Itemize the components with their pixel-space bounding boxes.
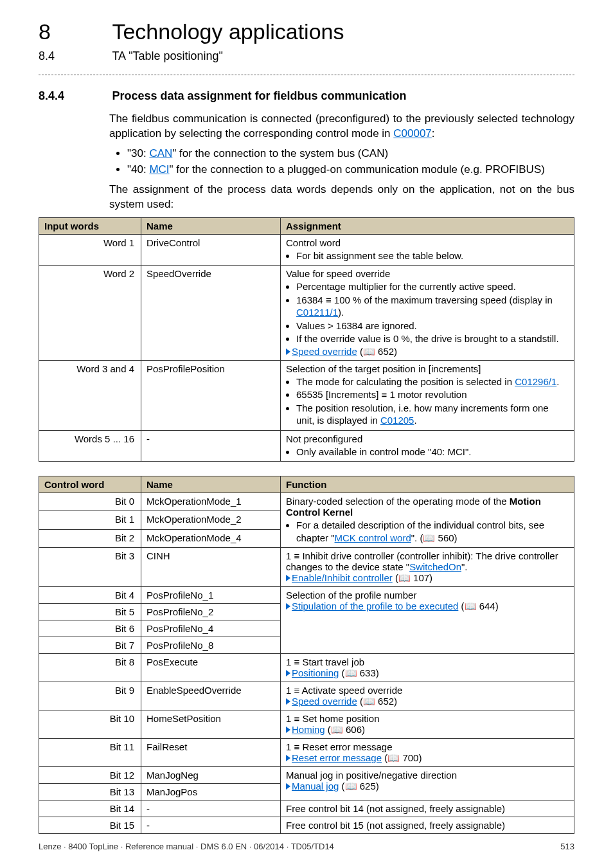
- link-profile-stipulation[interactable]: Stipulation of the profile to be execute…: [292, 601, 458, 611]
- cell: Control word For bit assignment see the …: [281, 234, 574, 266]
- heading-number: 8.4.4: [39, 89, 109, 103]
- text: Not preconfigured: [286, 433, 362, 444]
- cell: Selection of the target position in [inc…: [281, 360, 574, 430]
- link-c01211-1[interactable]: C01211/1: [296, 307, 338, 318]
- list-item: "30: CAN" for the connection to the syst…: [127, 147, 574, 161]
- th-name: Name: [141, 217, 281, 234]
- section-number: 8.4: [39, 50, 109, 63]
- cell: MckOperationMode_1: [141, 493, 281, 511]
- table-row: Words 5 ... 16 - Not preconfigured Only …: [39, 430, 574, 462]
- page-ref: (📖 652): [357, 696, 397, 707]
- text: Manual jog in positive/negative directio…: [286, 770, 457, 781]
- cell: Bit 9: [39, 682, 141, 710]
- text: The fieldbus communication is connected …: [109, 113, 574, 140]
- table-header-row: Input words Name Assignment: [39, 217, 574, 234]
- cell: CINH: [141, 548, 281, 587]
- divider: [39, 75, 574, 75]
- cell: Bit 10: [39, 710, 141, 739]
- list-item: If the override value is 0 %, the drive …: [296, 332, 569, 345]
- intro-paragraph-1: The fieldbus communication is connected …: [109, 112, 574, 141]
- table-row: Word 1 DriveControl Control word For bit…: [39, 234, 574, 266]
- th-name: Name: [141, 476, 281, 493]
- cell: Bit 7: [39, 637, 141, 654]
- table-row: Bit 11 FailReset 1 ≡ Reset error message…: [39, 739, 574, 767]
- link-c01205[interactable]: C01205: [380, 415, 414, 426]
- cell: PosExecute: [141, 654, 281, 682]
- triangle-icon: [286, 755, 290, 761]
- triangle-icon: [286, 575, 290, 581]
- cell: DriveControl: [141, 234, 281, 266]
- chapter-number: 8: [39, 19, 109, 44]
- text: " for the connection to the system bus (…: [172, 147, 388, 159]
- link-c01296-1[interactable]: C01296/1: [515, 376, 556, 387]
- link-reset-error[interactable]: Reset error message: [292, 752, 382, 763]
- th-function: Function: [281, 476, 574, 493]
- text: 1 ≡ Reset error message: [286, 741, 392, 752]
- link-manual-jog[interactable]: Manual jog: [292, 781, 339, 791]
- table-row: Bit 12 ManJogNeg Manual jog in positive/…: [39, 767, 574, 784]
- cell: Free control bit 14 (not assigned, freel…: [281, 800, 574, 817]
- cell: Bit 1: [39, 511, 141, 529]
- triangle-icon: [286, 670, 290, 676]
- link-enable-inhibit-controller[interactable]: Enable/Inhibit controller: [292, 572, 393, 583]
- cell-merged: Manual jog in positive/negative directio…: [281, 767, 574, 800]
- list-item: For a detailed description of the indivi…: [296, 519, 569, 544]
- page-ref: (📖 606): [325, 724, 365, 735]
- list-item: The mode for calculating the position is…: [296, 375, 569, 388]
- cell: 1 ≡ Reset error message Reset error mess…: [281, 739, 574, 767]
- text: ).: [338, 307, 344, 318]
- text: Selection of the target position in [inc…: [286, 363, 481, 374]
- footer-left: Lenze · 8400 TopLine · Reference manual …: [39, 842, 334, 851]
- cell: SpeedOverride: [141, 266, 281, 361]
- text: :: [432, 127, 435, 140]
- cell: FailReset: [141, 739, 281, 767]
- cell: Bit 8: [39, 654, 141, 682]
- list-item: The position resolution, i.e. how many i…: [296, 402, 569, 427]
- link-speed-override[interactable]: Speed override: [292, 346, 357, 357]
- cell-merged: Selection of the profile number Stipulat…: [281, 587, 574, 654]
- section-title: TA "Table positioning": [112, 50, 223, 63]
- link-positioning[interactable]: Positioning: [292, 667, 339, 678]
- text: Control word: [286, 237, 341, 248]
- triangle-icon: [286, 603, 290, 610]
- cell: PosProfileNo_2: [141, 604, 281, 620]
- cell: ManJogPos: [141, 784, 281, 800]
- cell: ManJogNeg: [141, 767, 281, 784]
- triangle-icon: [286, 783, 290, 790]
- text: "30:: [127, 147, 149, 159]
- cell: -: [141, 800, 281, 817]
- link-can[interactable]: CAN: [149, 147, 172, 159]
- cell: EnableSpeedOverride: [141, 682, 281, 710]
- input-words-table: Input words Name Assignment Word 1 Drive…: [39, 217, 574, 462]
- table-row: Bit 0 MckOperationMode_1 Binary-coded se…: [39, 493, 574, 511]
- control-word-table: Control word Name Function Bit 0 MckOper…: [39, 476, 574, 834]
- text: 1 ≡ Activate speed override: [286, 685, 402, 696]
- text: Selection of the profile number: [286, 590, 416, 601]
- text: ".: [461, 561, 468, 572]
- cell: 1 ≡ Set home position Homing (📖 606): [281, 710, 574, 739]
- intro-bullet-list: "30: CAN" for the connection to the syst…: [109, 147, 574, 177]
- cell: Bit 15: [39, 817, 141, 834]
- link-mck-control-word[interactable]: MCK control word: [335, 532, 411, 543]
- link-c00007[interactable]: C00007: [393, 127, 432, 140]
- cell: Bit 13: [39, 784, 141, 800]
- cell: -: [141, 430, 281, 462]
- link-homing[interactable]: Homing: [292, 724, 325, 735]
- cell: 1 ≡ Activate speed override Speed overri…: [281, 682, 574, 710]
- link-switchedon[interactable]: SwitchedOn: [409, 561, 461, 572]
- cell: Bit 3: [39, 548, 141, 587]
- text: ". (📖 560): [411, 532, 458, 543]
- triangle-icon: [286, 727, 290, 733]
- list-item: For bit assignment see the table below.: [296, 249, 569, 262]
- link-mci[interactable]: MCI: [149, 163, 169, 176]
- th-assignment: Assignment: [281, 217, 574, 234]
- cell: Word 2: [39, 266, 141, 361]
- list-item: 65535 [Increments] ≡ 1 motor revolution: [296, 388, 569, 401]
- cell: Words 5 ... 16: [39, 430, 141, 462]
- list-item: Values > 16384 are ignored.: [296, 320, 569, 332]
- link-speed-override-2[interactable]: Speed override: [292, 696, 357, 707]
- intro-paragraph-2: The assignment of the process data words…: [109, 183, 574, 212]
- table-row: Word 3 and 4 PosProfilePosition Selectio…: [39, 360, 574, 430]
- page-ref: (📖 700): [382, 752, 422, 763]
- cell: Value for speed override Percentage mult…: [281, 266, 574, 361]
